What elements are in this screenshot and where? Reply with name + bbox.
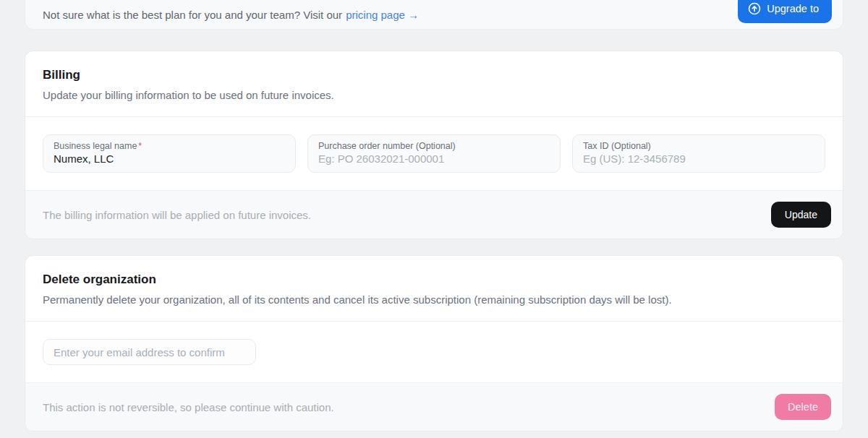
business-legal-name-input[interactable]: [54, 153, 285, 165]
delete-title: Delete organization: [43, 272, 825, 287]
purchase-order-label: Purchase order number (Optional): [318, 141, 550, 151]
delete-footer: This action is not reversible, so please…: [25, 382, 843, 431]
delete-footer-note: This action is not reversible, so please…: [43, 401, 334, 413]
tax-id-field[interactable]: Tax ID (Optional): [572, 134, 825, 173]
billing-description: Update your billing information to be us…: [43, 89, 825, 101]
confirm-email-input[interactable]: [43, 339, 256, 365]
business-legal-name-label: Business legal name*: [54, 141, 285, 151]
upgrade-button[interactable]: Upgrade to: [738, 0, 832, 23]
required-asterisk: *: [138, 141, 142, 151]
billing-body: Business legal name* Purchase order numb…: [25, 117, 843, 190]
billing-header: Billing Update your billing information …: [25, 51, 843, 117]
delete-body: [25, 322, 843, 382]
business-legal-name-field[interactable]: Business legal name*: [43, 134, 296, 173]
purchase-order-input[interactable]: [318, 153, 550, 165]
billing-card: Billing Update your billing information …: [25, 51, 843, 239]
upgrade-button-label: Upgrade to: [767, 3, 819, 14]
billing-footer: The billing information will be applied …: [25, 190, 843, 239]
billing-footer-note: The billing information will be applied …: [43, 209, 311, 221]
plan-banner-text: Not sure what is the best plan for you a…: [43, 9, 342, 21]
arrow-up-circle-icon: [748, 2, 761, 15]
tax-id-input[interactable]: [583, 153, 814, 165]
update-button[interactable]: Update: [771, 202, 831, 228]
delete-button[interactable]: Delete: [775, 394, 831, 420]
billing-title: Billing: [43, 68, 825, 82]
tax-id-label: Tax ID (Optional): [583, 141, 814, 151]
purchase-order-field[interactable]: Purchase order number (Optional): [307, 134, 561, 173]
delete-description: Permanently delete your organization, al…: [43, 293, 825, 306]
settings-page: Not sure what is the best plan for you a…: [0, 0, 868, 431]
billing-fields-row: Business legal name* Purchase order numb…: [43, 134, 825, 173]
delete-header: Delete organization Permanently delete y…: [25, 256, 843, 322]
delete-organization-card: Delete organization Permanently delete y…: [25, 255, 843, 431]
pricing-page-link[interactable]: pricing page →: [346, 9, 419, 21]
plan-banner: Not sure what is the best plan for you a…: [25, 0, 843, 30]
